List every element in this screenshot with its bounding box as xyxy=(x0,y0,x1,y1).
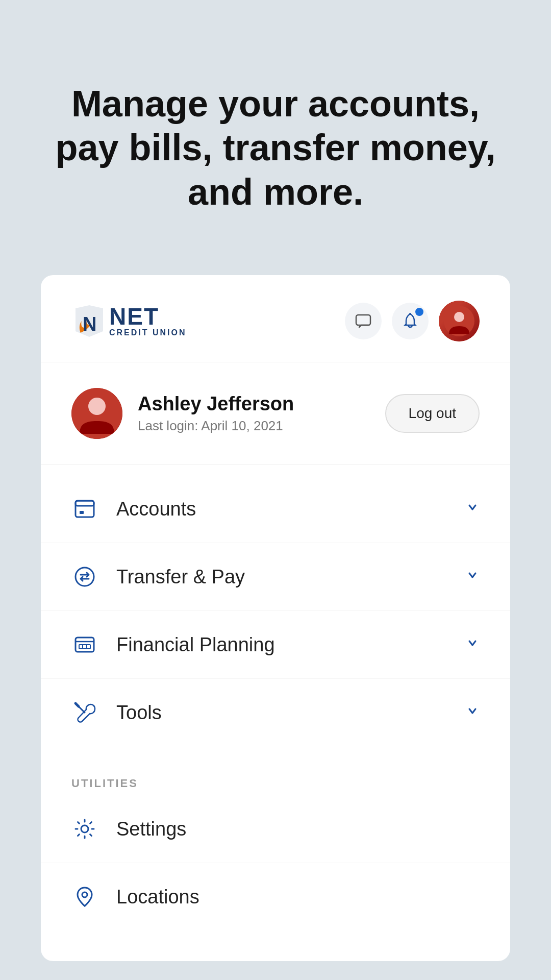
accounts-icon xyxy=(71,496,98,522)
financial-label: Financial Planning xyxy=(116,634,275,656)
menu-item-locations-left: Locations xyxy=(71,884,199,910)
location-icon xyxy=(71,884,98,910)
header-avatar xyxy=(439,301,480,341)
financial-icon xyxy=(71,631,98,658)
menu-item-settings-left: Settings xyxy=(71,816,186,842)
svg-point-7 xyxy=(88,398,106,415)
menu-item-locations[interactable]: Locations xyxy=(41,863,510,930)
user-info: Ashley Jefferson Last login: April 10, 2… xyxy=(71,388,294,439)
last-login: Last login: April 10, 2021 xyxy=(138,418,294,434)
utilities-label: UTILITIES xyxy=(41,767,510,795)
user-name: Ashley Jefferson xyxy=(138,393,294,415)
settings-icon xyxy=(71,816,98,842)
menu-item-tools[interactable]: Tools xyxy=(41,679,510,746)
notification-dot xyxy=(415,308,423,316)
tools-icon xyxy=(71,699,98,726)
header-actions xyxy=(345,301,480,341)
tools-label: Tools xyxy=(116,702,162,724)
svg-point-20 xyxy=(82,892,87,897)
svg-point-3 xyxy=(409,313,411,315)
svg-point-11 xyxy=(76,568,94,586)
transfer-chevron xyxy=(465,568,480,586)
svg-point-19 xyxy=(81,825,88,832)
logo-graphic: N xyxy=(71,303,107,339)
user-avatar xyxy=(71,388,122,439)
bell-button[interactable] xyxy=(392,303,429,339)
user-details: Ashley Jefferson Last login: April 10, 2… xyxy=(138,393,294,434)
transfer-label: Transfer & Pay xyxy=(116,566,245,588)
svg-rect-8 xyxy=(76,501,94,517)
card-header: N NET CREDIT UNION xyxy=(41,275,510,362)
svg-rect-10 xyxy=(80,511,84,514)
transfer-icon xyxy=(71,564,98,590)
logo-text: NET CREDIT UNION xyxy=(109,305,187,337)
menu-item-settings[interactable]: Settings xyxy=(41,795,510,863)
menu-item-accounts[interactable]: Accounts xyxy=(41,475,510,543)
header-avatar-button[interactable] xyxy=(439,301,480,341)
chat-button[interactable] xyxy=(345,303,382,339)
user-avatar-svg xyxy=(71,388,122,439)
svg-rect-2 xyxy=(356,315,370,325)
locations-label: Locations xyxy=(116,886,199,908)
tools-chevron xyxy=(465,704,480,722)
avatar-svg xyxy=(444,306,474,336)
accounts-chevron xyxy=(465,500,480,518)
svg-rect-9 xyxy=(76,501,94,506)
utilities-section: UTILITIES Settings xyxy=(41,756,510,930)
menu-item-transfer-left: Transfer & Pay xyxy=(71,564,245,590)
menu-item-transfer-pay[interactable]: Transfer & Pay xyxy=(41,543,510,611)
financial-chevron xyxy=(465,636,480,654)
svg-point-5 xyxy=(454,312,464,322)
settings-label: Settings xyxy=(116,818,186,840)
logo-area: N NET CREDIT UNION xyxy=(71,303,187,339)
accounts-label: Accounts xyxy=(116,498,196,520)
svg-rect-14 xyxy=(79,645,90,649)
svg-line-18 xyxy=(76,703,79,706)
logo-sub-text: CREDIT UNION xyxy=(109,328,187,337)
menu-list: Accounts Transfer & Pay xyxy=(41,465,510,756)
svg-text:N: N xyxy=(83,313,96,335)
user-section: Ashley Jefferson Last login: April 10, 2… xyxy=(41,362,510,465)
menu-item-tools-left: Tools xyxy=(71,699,162,726)
logo-net-text: NET xyxy=(109,305,187,328)
menu-item-financial-planning[interactable]: Financial Planning xyxy=(41,611,510,679)
chat-icon xyxy=(354,312,372,330)
menu-item-accounts-left: Accounts xyxy=(71,496,196,522)
logout-button[interactable]: Log out xyxy=(385,394,480,433)
hero-title: Manage your accounts, pay bills, transfe… xyxy=(41,82,510,214)
hero-section: Manage your accounts, pay bills, transfe… xyxy=(0,0,551,275)
main-card: N NET CREDIT UNION xyxy=(41,275,510,961)
menu-item-financial-left: Financial Planning xyxy=(71,631,275,658)
